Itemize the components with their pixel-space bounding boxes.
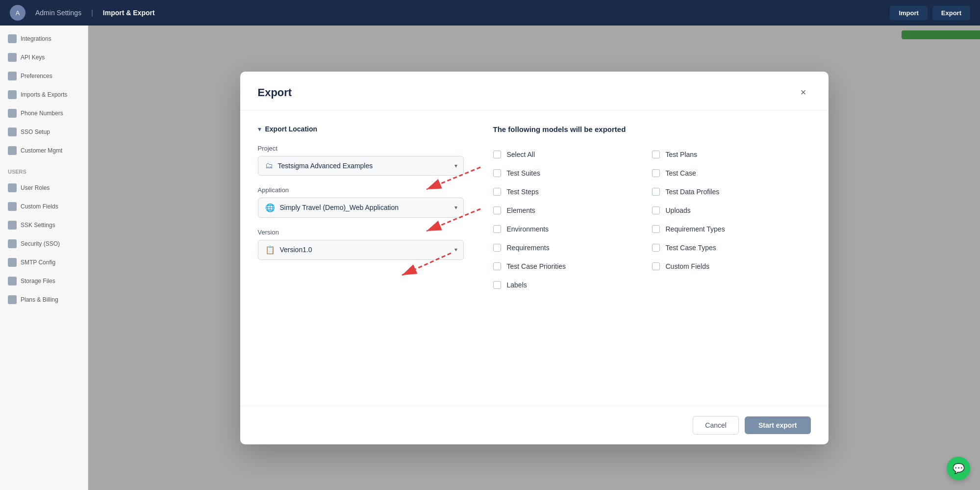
- version-select[interactable]: 📋 Version1.0 ▾: [258, 240, 464, 260]
- application-value: Simply Travel (Demo)_Web Application: [280, 204, 444, 211]
- checkbox-input-test-steps[interactable]: [493, 188, 501, 196]
- chevron-down-icon: ▾: [454, 246, 457, 253]
- sidebar-item-sso[interactable]: SSO Setup: [0, 124, 88, 140]
- checkbox-test-steps: Test Steps: [493, 182, 652, 201]
- checkbox-elements: Elements: [493, 201, 652, 220]
- project-value: Testsigma Advanced Examples: [278, 162, 444, 170]
- checkbox-input-test-data-profiles[interactable]: [652, 188, 660, 196]
- checkbox-input-elements[interactable]: [493, 206, 501, 214]
- top-bar-subtitle: Import & Export: [103, 9, 155, 17]
- project-field-group: Project 🗂 Testsigma Advanced Examples ▾: [258, 145, 464, 176]
- sidebar-item-storage[interactable]: Storage Files: [0, 273, 88, 289]
- section-label: Export Location: [265, 125, 318, 133]
- checkbox-input-test-case[interactable]: [652, 169, 660, 177]
- models-grid: Select All Test Suites Test Steps: [493, 145, 811, 294]
- cancel-button[interactable]: Cancel: [693, 416, 739, 435]
- checkbox-labels: Labels: [493, 276, 652, 294]
- import-button[interactable]: Import: [890, 6, 927, 20]
- chevron-down-icon: ▾: [454, 162, 457, 169]
- chat-fab-button[interactable]: 💬: [947, 457, 970, 480]
- sidebar-section-users: Users: [0, 166, 88, 178]
- checkbox-uploads: Uploads: [652, 201, 811, 220]
- checkbox-input-select-all[interactable]: [493, 151, 501, 158]
- chevron-down-icon: ▾: [454, 204, 457, 211]
- application-select[interactable]: 🌐 Simply Travel (Demo)_Web Application ▾: [258, 198, 464, 218]
- export-location-header: ▾ Export Location: [258, 125, 464, 133]
- globe-icon: 🌐: [265, 203, 275, 212]
- start-export-button[interactable]: Start export: [745, 416, 811, 434]
- sidebar-item-user-roles[interactable]: User Roles: [0, 180, 88, 196]
- avatar: A: [10, 5, 25, 21]
- checkbox-input-requirement-types[interactable]: [652, 225, 660, 233]
- checkbox-input-test-suites[interactable]: [493, 169, 501, 177]
- top-bar: A Admin Settings | Import & Export Impor…: [0, 0, 980, 26]
- version-label: Version: [258, 229, 464, 236]
- models-title: The following models will be exported: [493, 125, 811, 133]
- sidebar: Integrations API Keys Preferences Import…: [0, 26, 88, 490]
- modal-body: ▾ Export Location Project 🗂 Testsigma Ad…: [240, 110, 829, 406]
- checkbox-custom-fields: Custom Fields: [652, 257, 811, 276]
- sidebar-item-preferences[interactable]: Preferences: [0, 68, 88, 84]
- checkbox-input-environments[interactable]: [493, 225, 501, 233]
- left-panel: ▾ Export Location Project 🗂 Testsigma Ad…: [258, 125, 464, 391]
- sidebar-item-security[interactable]: Security (SSO): [0, 235, 88, 252]
- sidebar-item-api-keys[interactable]: API Keys: [0, 49, 88, 66]
- close-button[interactable]: ×: [796, 85, 811, 100]
- version-icon: 📋: [265, 245, 275, 255]
- top-bar-actions: Import Export: [890, 6, 970, 20]
- checkbox-input-requirements[interactable]: [493, 244, 501, 252]
- checkbox-input-test-case-priorities[interactable]: [493, 262, 501, 270]
- project-select[interactable]: 🗂 Testsigma Advanced Examples ▾: [258, 156, 464, 176]
- sidebar-item-phone-numbers[interactable]: Phone Numbers: [0, 105, 88, 122]
- modal-header: Export ×: [240, 72, 829, 110]
- sidebar-item-custom-fields[interactable]: Custom Fields: [0, 198, 88, 215]
- chevron-down-icon: ▾: [258, 125, 261, 133]
- checkbox-input-test-case-types[interactable]: [652, 244, 660, 252]
- modal-title: Export: [258, 86, 292, 99]
- checkbox-test-data-profiles: Test Data Profiles: [652, 182, 811, 201]
- checkbox-input-test-plans[interactable]: [652, 151, 660, 158]
- checkbox-requirements: Requirements: [493, 238, 652, 257]
- main-content: Export × ▾ Export Location: [88, 26, 980, 490]
- sidebar-item-customer[interactable]: Customer Mgmt: [0, 142, 88, 159]
- sidebar-item-integrations[interactable]: Integrations: [0, 30, 88, 47]
- checkbox-test-case-types: Test Case Types: [652, 238, 811, 257]
- checkbox-input-custom-fields[interactable]: [652, 262, 660, 270]
- top-bar-title: Admin Settings: [35, 9, 81, 17]
- modal-footer: Cancel Start export: [240, 406, 829, 444]
- project-label: Project: [258, 145, 464, 152]
- checkbox-test-suites: Test Suites: [493, 164, 652, 182]
- sidebar-item-ssk-settings[interactable]: SSK Settings: [0, 217, 88, 233]
- export-button[interactable]: Export: [932, 6, 970, 20]
- modal-backdrop: Export × ▾ Export Location: [88, 26, 980, 490]
- checkbox-test-case-priorities: Test Case Priorities: [493, 257, 652, 276]
- version-field-group: Version 📋 Version1.0 ▾: [258, 229, 464, 260]
- project-icon: 🗂: [265, 161, 273, 170]
- export-modal: Export × ▾ Export Location: [240, 72, 829, 444]
- checkbox-select-all: Select All: [493, 145, 652, 164]
- checkbox-requirement-types: Requirement Types: [652, 220, 811, 238]
- checkbox-input-uploads[interactable]: [652, 206, 660, 214]
- right-panel: The following models will be exported Se…: [493, 125, 811, 391]
- sidebar-item-imports-exports[interactable]: Imports & Exports: [0, 86, 88, 103]
- checkbox-input-labels[interactable]: [493, 281, 501, 289]
- sidebar-item-plans[interactable]: Plans & Billing: [0, 291, 88, 308]
- version-value: Version1.0: [280, 246, 444, 254]
- sidebar-item-smtp[interactable]: SMTP Config: [0, 254, 88, 271]
- checkbox-test-case: Test Case: [652, 164, 811, 182]
- application-field-group: Application 🌐 Simply Travel (Demo)_Web A…: [258, 186, 464, 218]
- checkbox-environments: Environments: [493, 220, 652, 238]
- application-label: Application: [258, 186, 464, 194]
- checkbox-test-plans: Test Plans: [652, 145, 811, 164]
